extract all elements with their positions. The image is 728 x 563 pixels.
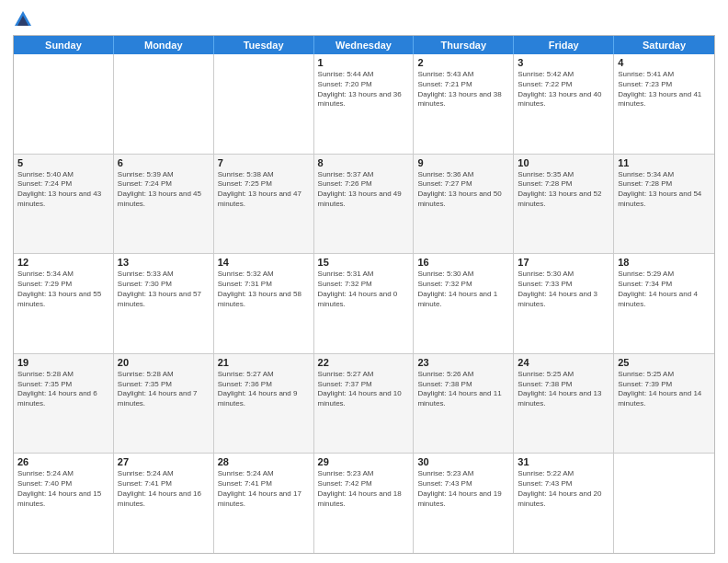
day-cell-17: 17Sunrise: 5:30 AM Sunset: 7:33 PM Dayli…: [514, 254, 614, 353]
day-cell-30: 30Sunrise: 5:23 AM Sunset: 7:43 PM Dayli…: [414, 454, 514, 553]
day-cell-11: 11Sunrise: 5:34 AM Sunset: 7:28 PM Dayli…: [614, 155, 714, 254]
header-day-friday: Friday: [514, 36, 614, 54]
day-number: 29: [318, 456, 410, 467]
day-number: 21: [218, 357, 310, 368]
cell-detail: Sunrise: 5:23 AM Sunset: 7:42 PM Dayligh…: [318, 469, 410, 509]
cell-detail: Sunrise: 5:24 AM Sunset: 7:41 PM Dayligh…: [118, 469, 210, 509]
day-number: 9: [417, 157, 509, 168]
day-cell-20: 20Sunrise: 5:28 AM Sunset: 7:35 PM Dayli…: [114, 354, 214, 454]
cell-detail: Sunrise: 5:44 AM Sunset: 7:20 PM Dayligh…: [318, 70, 410, 109]
day-number: 15: [318, 257, 410, 268]
day-number: 13: [118, 257, 210, 268]
logo: [13, 9, 35, 29]
day-number: 8: [318, 157, 410, 168]
day-cell-19: 19Sunrise: 5:28 AM Sunset: 7:35 PM Dayli…: [14, 354, 114, 454]
day-cell-12: 12Sunrise: 5:34 AM Sunset: 7:29 PM Dayli…: [14, 254, 114, 353]
day-number: 12: [17, 257, 109, 268]
day-cell-3: 3Sunrise: 5:42 AM Sunset: 7:22 PM Daylig…: [514, 54, 614, 154]
day-number: 14: [218, 257, 310, 268]
empty-cell-4-6: [614, 454, 714, 553]
cell-detail: Sunrise: 5:40 AM Sunset: 7:24 PM Dayligh…: [17, 170, 109, 210]
day-number: 18: [618, 257, 711, 268]
day-number: 31: [518, 456, 609, 467]
day-cell-15: 15Sunrise: 5:31 AM Sunset: 7:32 PM Dayli…: [314, 254, 415, 353]
calendar-body: 1Sunrise: 5:44 AM Sunset: 7:20 PM Daylig…: [14, 54, 714, 553]
cell-detail: Sunrise: 5:24 AM Sunset: 7:40 PM Dayligh…: [17, 469, 109, 509]
day-cell-4: 4Sunrise: 5:41 AM Sunset: 7:23 PM Daylig…: [614, 54, 714, 154]
page: SundayMondayTuesdayWednesdayThursdayFrid…: [0, 0, 728, 563]
cell-detail: Sunrise: 5:30 AM Sunset: 7:33 PM Dayligh…: [518, 270, 609, 309]
calendar-row-3: 19Sunrise: 5:28 AM Sunset: 7:35 PM Dayli…: [14, 353, 714, 454]
cell-detail: Sunrise: 5:29 AM Sunset: 7:34 PM Dayligh…: [618, 270, 711, 309]
cell-detail: Sunrise: 5:25 AM Sunset: 7:39 PM Dayligh…: [618, 370, 711, 409]
day-number: 10: [518, 157, 609, 168]
day-number: 16: [417, 257, 509, 268]
day-cell-5: 5Sunrise: 5:40 AM Sunset: 7:24 PM Daylig…: [14, 155, 114, 254]
calendar-row-2: 12Sunrise: 5:34 AM Sunset: 7:29 PM Dayli…: [14, 253, 714, 353]
day-number: 2: [417, 57, 509, 68]
logo-icon: [13, 9, 33, 29]
day-number: 26: [17, 456, 109, 467]
calendar-row-0: 1Sunrise: 5:44 AM Sunset: 7:20 PM Daylig…: [14, 54, 714, 154]
cell-detail: Sunrise: 5:28 AM Sunset: 7:35 PM Dayligh…: [118, 370, 210, 409]
day-cell-7: 7Sunrise: 5:38 AM Sunset: 7:25 PM Daylig…: [214, 155, 314, 254]
cell-detail: Sunrise: 5:33 AM Sunset: 7:30 PM Dayligh…: [118, 270, 210, 309]
day-cell-22: 22Sunrise: 5:27 AM Sunset: 7:37 PM Dayli…: [314, 354, 415, 454]
cell-detail: Sunrise: 5:28 AM Sunset: 7:35 PM Dayligh…: [17, 370, 109, 409]
day-number: 30: [417, 456, 509, 467]
cell-detail: Sunrise: 5:23 AM Sunset: 7:43 PM Dayligh…: [417, 469, 509, 509]
day-cell-14: 14Sunrise: 5:32 AM Sunset: 7:31 PM Dayli…: [214, 254, 314, 353]
cell-detail: Sunrise: 5:34 AM Sunset: 7:28 PM Dayligh…: [618, 170, 711, 210]
cell-detail: Sunrise: 5:39 AM Sunset: 7:24 PM Dayligh…: [118, 170, 210, 210]
day-number: 5: [17, 157, 109, 168]
empty-cell-0-1: [114, 54, 214, 154]
header-day-saturday: Saturday: [614, 36, 714, 54]
cell-detail: Sunrise: 5:25 AM Sunset: 7:38 PM Dayligh…: [518, 370, 609, 409]
day-cell-31: 31Sunrise: 5:22 AM Sunset: 7:43 PM Dayli…: [514, 454, 614, 553]
day-cell-6: 6Sunrise: 5:39 AM Sunset: 7:24 PM Daylig…: [114, 155, 214, 254]
day-number: 11: [618, 157, 711, 168]
day-number: 3: [518, 57, 609, 68]
calendar: SundayMondayTuesdayWednesdayThursdayFrid…: [13, 35, 715, 554]
header-day-tuesday: Tuesday: [214, 36, 314, 54]
day-number: 4: [618, 57, 711, 68]
day-number: 28: [218, 456, 310, 467]
calendar-row-1: 5Sunrise: 5:40 AM Sunset: 7:24 PM Daylig…: [14, 154, 714, 254]
cell-detail: Sunrise: 5:27 AM Sunset: 7:36 PM Dayligh…: [218, 370, 310, 409]
day-number: 6: [118, 157, 210, 168]
cell-detail: Sunrise: 5:22 AM Sunset: 7:43 PM Dayligh…: [518, 469, 609, 509]
calendar-header: SundayMondayTuesdayWednesdayThursdayFrid…: [14, 36, 714, 54]
day-cell-25: 25Sunrise: 5:25 AM Sunset: 7:39 PM Dayli…: [614, 354, 714, 454]
cell-detail: Sunrise: 5:35 AM Sunset: 7:28 PM Dayligh…: [518, 170, 609, 210]
day-number: 23: [417, 357, 509, 368]
day-cell-8: 8Sunrise: 5:37 AM Sunset: 7:26 PM Daylig…: [314, 155, 415, 254]
cell-detail: Sunrise: 5:31 AM Sunset: 7:32 PM Dayligh…: [318, 270, 410, 309]
cell-detail: Sunrise: 5:43 AM Sunset: 7:21 PM Dayligh…: [417, 70, 509, 109]
day-cell-26: 26Sunrise: 5:24 AM Sunset: 7:40 PM Dayli…: [14, 454, 114, 553]
day-cell-9: 9Sunrise: 5:36 AM Sunset: 7:27 PM Daylig…: [414, 155, 514, 254]
day-cell-28: 28Sunrise: 5:24 AM Sunset: 7:41 PM Dayli…: [214, 454, 314, 553]
header-day-sunday: Sunday: [14, 36, 114, 54]
header: [13, 9, 715, 29]
cell-detail: Sunrise: 5:30 AM Sunset: 7:32 PM Dayligh…: [417, 270, 509, 309]
day-number: 27: [118, 456, 210, 467]
calendar-row-4: 26Sunrise: 5:24 AM Sunset: 7:40 PM Dayli…: [14, 453, 714, 553]
day-number: 20: [118, 357, 210, 368]
day-cell-13: 13Sunrise: 5:33 AM Sunset: 7:30 PM Dayli…: [114, 254, 214, 353]
day-number: 24: [518, 357, 609, 368]
empty-cell-0-2: [214, 54, 314, 154]
day-cell-27: 27Sunrise: 5:24 AM Sunset: 7:41 PM Dayli…: [114, 454, 214, 553]
day-cell-2: 2Sunrise: 5:43 AM Sunset: 7:21 PM Daylig…: [414, 54, 514, 154]
cell-detail: Sunrise: 5:26 AM Sunset: 7:38 PM Dayligh…: [417, 370, 509, 409]
day-cell-18: 18Sunrise: 5:29 AM Sunset: 7:34 PM Dayli…: [614, 254, 714, 353]
day-number: 19: [17, 357, 109, 368]
cell-detail: Sunrise: 5:38 AM Sunset: 7:25 PM Dayligh…: [218, 170, 310, 210]
cell-detail: Sunrise: 5:27 AM Sunset: 7:37 PM Dayligh…: [318, 370, 410, 409]
day-cell-21: 21Sunrise: 5:27 AM Sunset: 7:36 PM Dayli…: [214, 354, 314, 454]
day-cell-24: 24Sunrise: 5:25 AM Sunset: 7:38 PM Dayli…: [514, 354, 614, 454]
day-cell-1: 1Sunrise: 5:44 AM Sunset: 7:20 PM Daylig…: [314, 54, 415, 154]
day-number: 25: [618, 357, 711, 368]
header-day-monday: Monday: [114, 36, 214, 54]
day-cell-23: 23Sunrise: 5:26 AM Sunset: 7:38 PM Dayli…: [414, 354, 514, 454]
cell-detail: Sunrise: 5:42 AM Sunset: 7:22 PM Dayligh…: [518, 70, 609, 109]
